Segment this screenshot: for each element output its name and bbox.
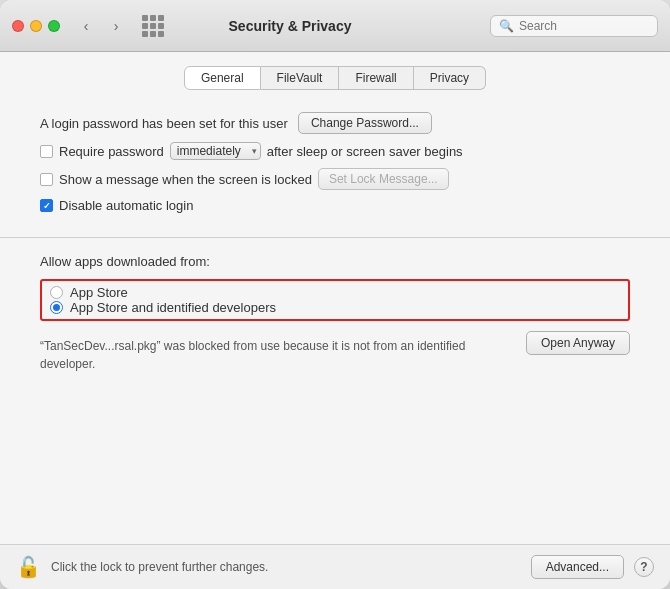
tab-privacy[interactable]: Privacy <box>414 66 486 90</box>
maximize-button[interactable] <box>48 20 60 32</box>
immediately-dropdown-wrapper[interactable]: immediately 5 minutes 15 minutes 1 hour <box>170 142 261 160</box>
app-store-dev-radio-row[interactable]: App Store and identified developers <box>50 300 620 315</box>
allow-label: Allow apps downloaded from: <box>40 254 630 269</box>
back-button[interactable]: ‹ <box>72 15 100 37</box>
tab-general[interactable]: General <box>184 66 261 90</box>
disable-autologin-checkbox[interactable] <box>40 199 53 212</box>
app-store-radio-row[interactable]: App Store <box>50 285 620 300</box>
traffic-lights <box>12 20 60 32</box>
disable-autologin-row: Disable automatic login <box>40 198 630 213</box>
app-store-radio[interactable] <box>50 286 63 299</box>
bottom-bar: 🔓 Click the lock to prevent further chan… <box>0 544 670 589</box>
advanced-button[interactable]: Advanced... <box>531 555 624 579</box>
open-anyway-button[interactable]: Open Anyway <box>526 331 630 355</box>
section-divider <box>0 237 670 238</box>
search-icon: 🔍 <box>499 19 514 33</box>
search-bar[interactable]: 🔍 <box>490 15 658 37</box>
require-password-label: Require password <box>59 144 164 159</box>
require-password-row: Require password immediately 5 minutes 1… <box>40 142 630 160</box>
require-password-checkbox[interactable] <box>40 145 53 158</box>
lock-text: Click the lock to prevent further change… <box>51 560 521 574</box>
blocked-text: “TanSec­Dev...rsal.pkg” was blocked from… <box>40 337 514 373</box>
main-content: A login password has been set for this u… <box>0 102 670 544</box>
allow-section: Allow apps downloaded from: App Store Ap… <box>40 254 630 373</box>
tab-bar: General FileVault Firewall Privacy <box>0 52 670 102</box>
immediately-dropdown[interactable]: immediately 5 minutes 15 minutes 1 hour <box>170 142 261 160</box>
set-lock-message-button[interactable]: Set Lock Message... <box>318 168 449 190</box>
change-password-button[interactable]: Change Password... <box>298 112 432 134</box>
app-store-dev-label: App Store and identified developers <box>70 300 276 315</box>
title-bar: ‹ › Security & Privacy 🔍 <box>0 0 670 52</box>
app-store-label: App Store <box>70 285 128 300</box>
app-store-dev-radio[interactable] <box>50 301 63 314</box>
window-title: Security & Privacy <box>98 18 482 34</box>
disable-autologin-label: Disable automatic login <box>59 198 193 213</box>
show-message-checkbox[interactable] <box>40 173 53 186</box>
close-button[interactable] <box>12 20 24 32</box>
show-message-row: Show a message when the screen is locked… <box>40 168 630 190</box>
tab-firewall[interactable]: Firewall <box>339 66 413 90</box>
search-input[interactable] <box>519 19 649 33</box>
login-password-text: A login password has been set for this u… <box>40 116 288 131</box>
login-password-row: A login password has been set for this u… <box>40 112 630 134</box>
help-button[interactable]: ? <box>634 557 654 577</box>
blocked-row: “TanSec­Dev...rsal.pkg” was blocked from… <box>40 331 630 373</box>
show-message-label: Show a message when the screen is locked <box>59 172 312 187</box>
minimize-button[interactable] <box>30 20 42 32</box>
after-sleep-label: after sleep or screen saver begins <box>267 144 463 159</box>
login-section: A login password has been set for this u… <box>40 112 630 213</box>
security-privacy-window: ‹ › Security & Privacy 🔍 General FileVau… <box>0 0 670 589</box>
lock-icon[interactable]: 🔓 <box>16 555 41 579</box>
tab-filevault[interactable]: FileVault <box>261 66 340 90</box>
highlight-box: App Store App Store and identified devel… <box>40 279 630 321</box>
